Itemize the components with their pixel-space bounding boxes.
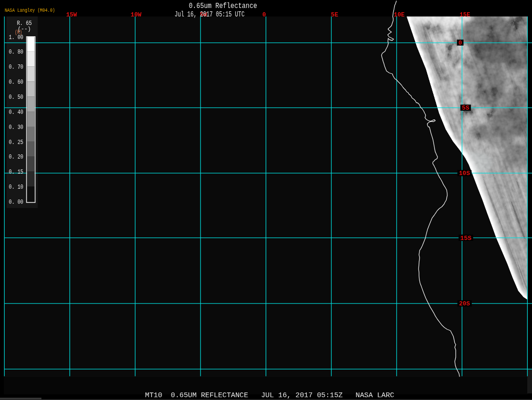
svg-text:0. 10: 0. 10 bbox=[9, 184, 24, 191]
svg-text:0. 60: 0. 60 bbox=[9, 79, 24, 86]
svg-text:0. 20: 0. 20 bbox=[9, 153, 24, 160]
svg-text:5E: 5E bbox=[331, 12, 338, 18]
svg-text:15W: 15W bbox=[66, 12, 78, 18]
svg-text:0. 00: 0. 00 bbox=[9, 199, 24, 206]
svg-text:NASA Langley (M04.0): NASA Langley (M04.0) bbox=[5, 7, 55, 13]
svg-text:0. 40: 0. 40 bbox=[9, 109, 24, 116]
svg-text:0: 0 bbox=[459, 40, 462, 47]
svg-text:0. 70: 0. 70 bbox=[9, 64, 24, 71]
svg-text:10E: 10E bbox=[394, 12, 405, 18]
svg-text:10S: 10S bbox=[459, 170, 470, 177]
svg-text:10W: 10W bbox=[131, 12, 142, 18]
svg-text:MT10 0.65UM REFLECTANCE JUL: MT10 0.65UM REFLECTANCE JUL 16, 2017 05:… bbox=[145, 392, 395, 400]
svg-text:0.65um Reflectance: 0.65um Reflectance bbox=[189, 2, 257, 10]
svg-text:15E: 15E bbox=[459, 12, 470, 18]
svg-text:5S: 5S bbox=[462, 105, 469, 112]
svg-text:0: 0 bbox=[262, 12, 266, 18]
svg-text:1. 00: 1. 00 bbox=[9, 34, 24, 41]
svg-text:0. 50: 0. 50 bbox=[9, 94, 24, 101]
svg-text:0. 15: 0. 15 bbox=[9, 168, 24, 176]
svg-text:20S: 20S bbox=[459, 301, 470, 307]
svg-text:15S: 15S bbox=[460, 235, 472, 242]
svg-text:Jul 16, 2017 05:15 UTC: Jul 16, 2017 05:15 UTC bbox=[175, 10, 245, 19]
svg-text:0. 80: 0. 80 bbox=[9, 48, 24, 56]
svg-text:0. 30: 0. 30 bbox=[9, 124, 24, 131]
svg-text:0. 25: 0. 25 bbox=[9, 139, 24, 146]
